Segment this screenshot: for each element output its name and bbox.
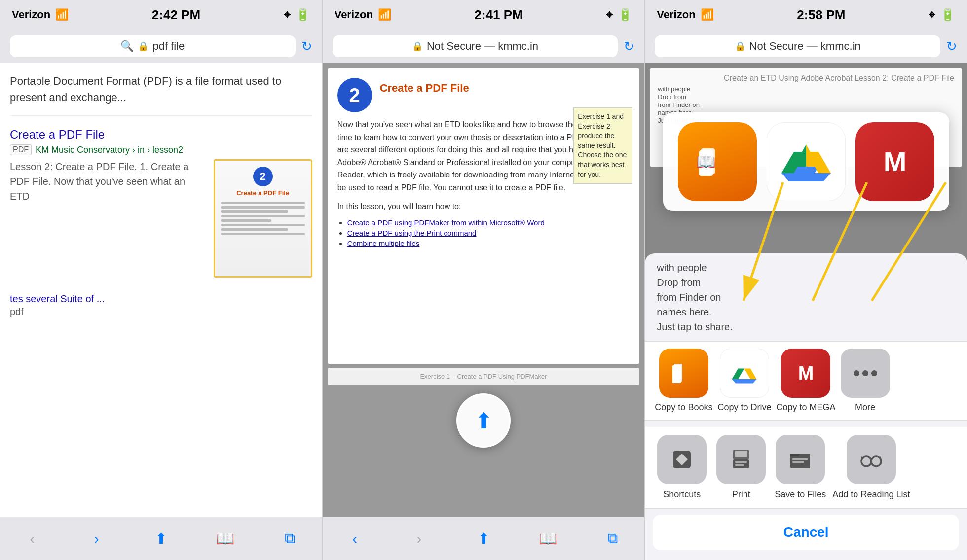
- copy-mega-label: Copy to MEGA: [776, 402, 835, 413]
- save-files-label: Save to Files: [775, 489, 826, 500]
- lock-icon-2: 🔒: [412, 41, 423, 52]
- back-button-1[interactable]: ‹: [17, 526, 47, 551]
- pdf-page: 2 Create a PDF File Now that you've seen…: [328, 68, 640, 364]
- status-bar-2: Verizon 📶 2:41 PM ⌖ 🔋: [323, 0, 645, 30]
- more-dots-icon: [841, 349, 890, 398]
- cancel-button[interactable]: Cancel: [653, 515, 959, 550]
- print-icon: [716, 435, 766, 484]
- refresh-icon-3[interactable]: ↻: [946, 39, 957, 54]
- battery-icon-3: 🔋: [940, 8, 955, 22]
- search-result-1: Create a PDF File PDF KM Music Conservat…: [10, 128, 312, 278]
- svg-point-27: [861, 456, 871, 466]
- reading-list-label: Add to Reading List: [832, 489, 910, 500]
- pdf-line: [221, 215, 305, 217]
- svg-rect-26: [792, 461, 804, 463]
- time-2: 2:41 PM: [475, 7, 523, 23]
- pdf-title-preview: Create a PDF File: [236, 189, 289, 197]
- address-bar-2: 🔒 Not Secure — kmmc.in ↻: [323, 30, 645, 63]
- url-label-2: Not Secure — kmmc.in: [427, 40, 538, 53]
- bookmarks-button-1[interactable]: 📖: [211, 526, 240, 551]
- wifi-icon-2: 📶: [378, 8, 391, 21]
- refresh-icon-2[interactable]: ↻: [624, 39, 634, 54]
- status-bar-3: Verizon 📶 2:58 PM ⌖ 🔋: [645, 0, 967, 30]
- share-button-overlay[interactable]: ⬆: [456, 393, 511, 448]
- share-action-shortcuts[interactable]: Shortcuts: [655, 435, 709, 500]
- status-bar-left-3: Verizon 📶: [657, 8, 713, 21]
- share-icon: ⬆: [475, 408, 493, 433]
- pdf-line: [221, 228, 288, 231]
- reading-list-icon: [847, 435, 896, 484]
- result-source-1: KM Music Conservatory › in › lesson2: [36, 145, 183, 155]
- mega-letter: M: [798, 363, 814, 384]
- books-app-icon: [659, 349, 708, 398]
- app-callout: 📖: [663, 112, 949, 211]
- pdf-line: [221, 206, 305, 209]
- status-bar-left-2: Verizon 📶: [335, 8, 391, 21]
- pdf-preview-1: 2 Create a PDF File: [215, 161, 311, 276]
- tabs-button-1[interactable]: ⧉: [275, 526, 304, 551]
- panel-search: Verizon 📶 2:42 PM ⌖ 🔋 🔍 🔒 pdf file ↻ Por…: [0, 0, 322, 560]
- copy-books-label: Copy to Books: [655, 402, 712, 413]
- drive-callout-icon: [767, 122, 846, 201]
- url-input-3[interactable]: 🔒 Not Secure — kmmc.in: [655, 35, 940, 57]
- search-input-1[interactable]: 🔍 🔒 pdf file: [10, 35, 296, 57]
- pdf-number-1: 2: [253, 167, 273, 186]
- location-icon-3: ⌖: [929, 8, 935, 22]
- mega-app-icon: M: [781, 349, 830, 398]
- share-arrow-icon: ⬆: [475, 408, 493, 433]
- drive-icon-svg: [731, 360, 758, 387]
- result-badge-1: PDF: [10, 144, 32, 155]
- pdf-list-item-1[interactable]: Create a PDF using PDFMaker from within …: [347, 218, 545, 227]
- carrier-2: Verizon: [335, 8, 373, 21]
- svg-marker-16: [732, 379, 757, 384]
- share-app-more[interactable]: More: [841, 349, 890, 413]
- forward-button-2[interactable]: ›: [404, 526, 434, 551]
- shortcuts-svg: [669, 447, 695, 472]
- save-files-icon: [776, 435, 825, 484]
- panel-share-sheet: Verizon 📶 2:58 PM ⌖ 🔋 🔒 Not Secure — kmm…: [644, 0, 967, 560]
- address-bar-3: 🔒 Not Secure — kmmc.in ↻: [645, 30, 967, 63]
- share-action-reading-list[interactable]: Add to Reading List: [832, 435, 910, 500]
- dot-2: [862, 370, 868, 376]
- share-app-copy-books[interactable]: Copy to Books: [655, 349, 712, 413]
- pdf-list-item-3[interactable]: Combine multiple files: [347, 239, 420, 247]
- status-bar-right-1: ⌖ 🔋: [284, 8, 310, 22]
- panel-pdf-viewer: Verizon 📶 2:41 PM ⌖ 🔋 🔒 Not Secure — kmm…: [322, 0, 645, 560]
- status-bar-left-1: Verizon 📶: [12, 8, 69, 21]
- share-action-save-files[interactable]: Save to Files: [773, 435, 827, 500]
- share-app-copy-mega[interactable]: M Copy to MEGA: [776, 349, 835, 413]
- back-button-2[interactable]: ‹: [340, 526, 370, 551]
- share-button-1[interactable]: ⬆: [146, 526, 176, 551]
- lesson-number: 2: [337, 78, 372, 112]
- mega-callout-icon: M: [855, 122, 934, 201]
- copy-drive-label: Copy to Drive: [717, 402, 771, 413]
- drive-app-icon: [720, 349, 769, 398]
- forward-button-1[interactable]: ›: [82, 526, 112, 551]
- share-action-row: Shortcuts Print: [645, 427, 967, 509]
- pdf-meta-3: Create an ETD Using Adobe Acrobat Lesson…: [658, 74, 954, 83]
- refresh-icon-1[interactable]: ↻: [301, 39, 312, 54]
- result-extra-blue[interactable]: tes several Suite of ...: [10, 291, 312, 306]
- drive-svg: [779, 140, 833, 184]
- share-app-copy-drive[interactable]: Copy to Drive: [717, 349, 771, 413]
- search-results-area: Portable Document Format (PDF) is a file…: [0, 63, 322, 517]
- svg-rect-12: [672, 365, 681, 383]
- share-action-print[interactable]: Print: [714, 435, 768, 500]
- pdf-list-item-2[interactable]: Create a PDF using the Print command: [347, 229, 477, 237]
- result-title-1[interactable]: Create a PDF File: [10, 128, 312, 141]
- status-bar-right-2: ⌖ 🔋: [606, 8, 632, 22]
- pdf-footer-text: Exercise 1 – Create a PDF Using PDFMaker: [420, 373, 547, 380]
- bottom-nav-2: ‹ › ⬆ 📖 ⧉: [323, 517, 645, 560]
- status-bar-right-3: ⌖ 🔋: [929, 8, 955, 22]
- location-icon-1: ⌖: [284, 8, 291, 22]
- result-thumbnail-1: 2 Create a PDF File: [214, 159, 312, 278]
- tabs-button-2[interactable]: ⧉: [597, 526, 627, 551]
- glasses-svg: [858, 447, 884, 472]
- pdf-viewer-area: 2 Create a PDF File Now that you've seen…: [323, 63, 645, 517]
- share-app-row: Copy to Books Copy to Drive: [645, 341, 967, 420]
- bookmarks-button-2[interactable]: 📖: [533, 526, 563, 551]
- wifi-icon-3: 📶: [701, 8, 714, 21]
- share-button-2[interactable]: ⬆: [469, 526, 498, 551]
- url-input-2[interactable]: 🔒 Not Secure — kmmc.in: [333, 35, 618, 57]
- cancel-label: Cancel: [783, 525, 829, 540]
